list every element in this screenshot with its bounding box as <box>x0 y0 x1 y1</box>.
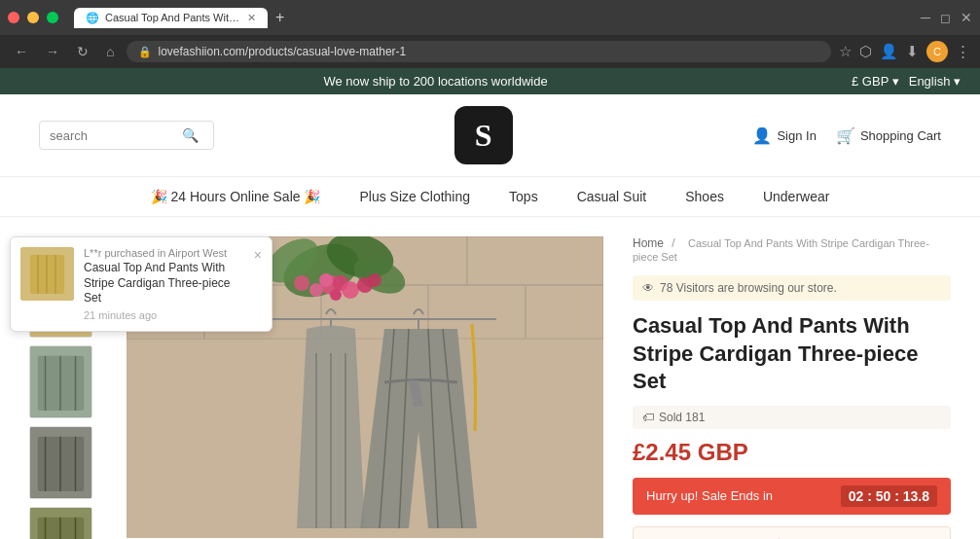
bulk-arrow-icon[interactable]: › <box>931 535 936 539</box>
tab-title: Casual Top And Pants With Str... <box>105 12 241 23</box>
logo-area: S <box>234 106 733 164</box>
banner-actions: £ GBP ▾ English ▾ <box>852 74 961 89</box>
sold-badge: Sold 181 <box>633 406 951 429</box>
address-input-bar[interactable]: 🔒 lovefashiion.com/products/casual-love-… <box>127 41 831 62</box>
breadcrumb: Home / Casual Top And Pants With Stripe … <box>633 236 951 264</box>
visitor-badge: 78 Visitors are browsing our store. <box>633 275 951 301</box>
popup-product-thumbnail <box>20 247 74 301</box>
lock-icon: 🔒 <box>138 46 152 58</box>
cart-icon: 🛒 <box>836 126 855 145</box>
cart-btn[interactable]: 🛒 Shopping Cart <box>836 126 941 145</box>
win-minimize-btn[interactable] <box>27 12 39 23</box>
breadcrumb-separator: / <box>671 236 674 250</box>
svg-point-47 <box>368 273 381 287</box>
countdown-time: 02 : 50 : 13.8 <box>841 485 937 507</box>
search-icon[interactable]: 🔍 <box>182 127 199 143</box>
address-bar: ← → ↻ ⌂ 🔒 lovefashiion.com/products/casu… <box>0 35 980 68</box>
svg-point-42 <box>342 281 359 299</box>
new-tab-btn[interactable]: + <box>275 9 284 26</box>
profile-icon[interactable]: 👤 <box>880 43 898 60</box>
language-selector[interactable]: English ▾ <box>909 74 961 89</box>
visitor-count: 78 Visitors are browsing our store. <box>660 281 837 295</box>
currency-chevron-icon: ▾ <box>892 74 899 89</box>
search-bar[interactable]: 🔍 <box>39 121 214 150</box>
extensions-icon[interactable]: ⬡ <box>859 43 872 60</box>
popup-product-name: Casual Top And Pants With Stripe Cardiga… <box>84 261 244 306</box>
svg-point-40 <box>319 273 333 287</box>
banner-message: We now ship to 200 locations worldwide <box>323 74 547 89</box>
win-maximize-btn[interactable] <box>47 12 58 23</box>
svg-point-44 <box>309 283 323 297</box>
win-close-btn[interactable] <box>8 12 19 23</box>
sold-count: Sold 181 <box>659 411 705 424</box>
cart-label: Shopping Cart <box>860 128 941 143</box>
sign-in-label: Sign In <box>777 128 816 143</box>
popup-notification: L**r purchased in Airport West Casual To… <box>10 236 272 332</box>
refresh-btn[interactable]: ↻ <box>72 42 93 61</box>
address-text: lovefashiion.com/products/casual-love-ma… <box>158 45 406 58</box>
countdown-bar: Hurry up! Sale Ends in 02 : 50 : 13.8 <box>633 478 951 515</box>
product-details: Home / Casual Top And Pants With Stripe … <box>633 236 951 539</box>
sign-in-btn[interactable]: 👤 Sign In <box>752 126 816 145</box>
header-actions: 👤 Sign In 🛒 Shopping Cart <box>752 126 941 145</box>
forward-btn[interactable]: → <box>41 42 64 61</box>
language-chevron-icon: ▾ <box>954 74 961 89</box>
currency-selector[interactable]: £ GBP ▾ <box>852 74 899 89</box>
nav-tops-label: Tops <box>509 189 538 204</box>
svg-point-46 <box>294 275 309 291</box>
nav-bar: 🎉 24 Hours Online Sale 🎉 Plus Size Cloth… <box>0 177 980 217</box>
visitor-eye-icon <box>642 281 654 295</box>
thumbnail-3[interactable] <box>29 426 92 499</box>
user-icon: 👤 <box>752 126 772 145</box>
svg-point-45 <box>330 289 342 301</box>
menu-icon[interactable]: ⋮ <box>956 43 970 60</box>
download-icon[interactable]: ⬇ <box>906 43 919 60</box>
nav-casual-suit-label: Casual Suit <box>577 189 647 204</box>
nav-item-plus-size[interactable]: Plus Size Clothing <box>359 189 470 204</box>
back-btn[interactable]: ← <box>10 42 33 61</box>
tag-icon <box>642 411 654 424</box>
site-logo[interactable]: S <box>454 106 513 164</box>
nav-plus-size-label: Plus Size Clothing <box>359 189 470 204</box>
nav-sale-label: 🎉 24 Hours Online Sale 🎉 <box>151 189 321 204</box>
countdown-label: Hurry up! Sale Ends in <box>646 488 773 503</box>
browser-restore-icon[interactable]: ◻ <box>940 11 951 25</box>
product-price: £2.45 GBP <box>633 439 951 466</box>
nav-item-sale[interactable]: 🎉 24 Hours Online Sale 🎉 <box>151 189 321 204</box>
profile-avatar[interactable]: C <box>926 41 948 62</box>
browser-chrome: 🌐 Casual Top And Pants With Str... ✕ + ─… <box>0 0 980 35</box>
breadcrumb-current: Casual Top And Pants With Stripe Cardiga… <box>633 237 929 263</box>
tab-close-btn[interactable]: ✕ <box>247 12 256 24</box>
nav-shoes-label: Shoes <box>685 189 724 204</box>
product-title: Casual Top And Pants With Stripe Cardiga… <box>633 312 951 396</box>
popup-time: 21 minutes ago <box>84 309 244 321</box>
thumbnail-2[interactable] <box>29 345 92 418</box>
site-header: 🔍 S 👤 Sign In 🛒 Shopping Cart <box>0 94 980 177</box>
bookmark-icon[interactable]: ☆ <box>839 43 852 60</box>
popup-user: L**r purchased in Airport West <box>84 247 244 259</box>
popup-content: L**r purchased in Airport West Casual To… <box>84 247 244 321</box>
browser-actions: ☆ ⬡ 👤 ⬇ C ⋮ <box>839 41 970 62</box>
nav-item-shoes[interactable]: Shoes <box>685 189 724 204</box>
thumbnail-4[interactable] <box>29 507 92 539</box>
home-btn[interactable]: ⌂ <box>101 42 119 61</box>
browser-tab[interactable]: 🌐 Casual Top And Pants With Str... ✕ <box>74 8 268 28</box>
nav-underwear-label: Underwear <box>763 189 829 204</box>
nav-item-tops[interactable]: Tops <box>509 189 538 204</box>
main-content: L**r purchased in Airport West Casual To… <box>0 217 980 539</box>
browser-close-icon[interactable]: ✕ <box>961 10 972 25</box>
nav-item-underwear[interactable]: Underwear <box>763 189 829 204</box>
nav-item-casual-suit[interactable]: Casual Suit <box>577 189 647 204</box>
browser-minimize-icon[interactable]: ─ <box>921 10 930 25</box>
popup-close-btn[interactable]: × <box>254 247 262 321</box>
bulk-pricing[interactable]: 6 for £20.52 GBP | 8 for £24.63 GBP ▾ › <box>633 526 951 539</box>
search-input[interactable] <box>50 128 176 143</box>
breadcrumb-home-link[interactable]: Home <box>633 236 664 250</box>
top-banner: We now ship to 200 locations worldwide £… <box>0 68 980 94</box>
